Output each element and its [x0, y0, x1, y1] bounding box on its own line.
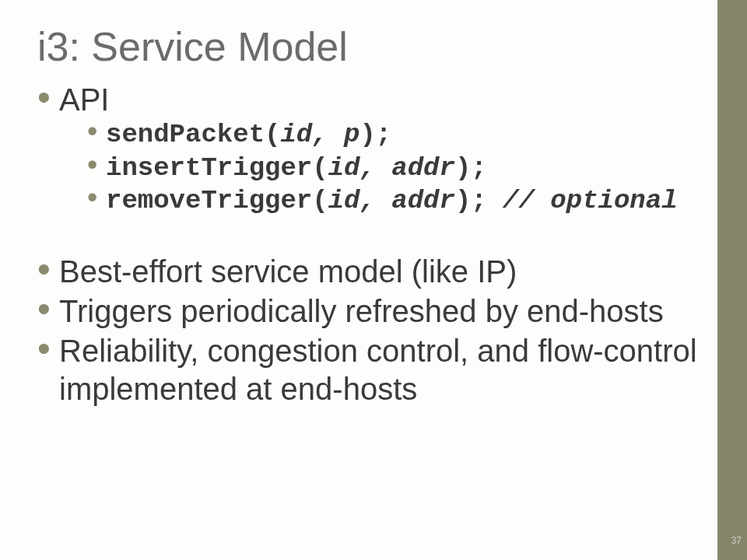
bullet-reliability: Reliability, congestion control, and flo… [37, 332, 702, 408]
code-part: sendPacket( [106, 120, 280, 149]
slide-title: i3: Service Model [37, 23, 702, 70]
code-comment: // optional [503, 186, 677, 215]
page-number: 37 [731, 535, 742, 546]
code-part: removeTrigger( [106, 186, 328, 215]
bullet-text: Triggers periodically refreshed by end-h… [59, 294, 664, 328]
bullet-besteffort: Best-effort service model (like IP) [37, 253, 702, 291]
code-args: id, addr [328, 186, 455, 215]
api-inserttrigger: insertTrigger(id, addr); [87, 152, 702, 184]
code-part: ); [455, 186, 503, 215]
code-part: ); [359, 120, 391, 149]
spacer [59, 229, 702, 251]
api-removetrigger: removeTrigger(id, addr); // optional [87, 185, 702, 217]
bullet-text: Best-effort service model (like IP) [59, 254, 517, 289]
bullet-api: API sendPacket(id, p); insertTrigger(id,… [37, 81, 702, 251]
right-accent-bar: 37 [717, 0, 747, 560]
code-args: id, p [280, 120, 359, 149]
bullet-triggers: Triggers periodically refreshed by end-h… [37, 292, 702, 331]
api-sendpacket: sendPacket(id, p); [87, 119, 702, 151]
api-sublist: sendPacket(id, p); insertTrigger(id, add… [59, 119, 702, 217]
bullet-api-text: API [59, 82, 109, 117]
code-args: id, addr [328, 153, 455, 183]
code-part: insertTrigger( [106, 153, 328, 183]
slide-body: i3: Service Model API sendPacket(id, p);… [0, 0, 717, 560]
bullet-list: API sendPacket(id, p); insertTrigger(id,… [37, 81, 702, 408]
code-part: ); [455, 153, 487, 183]
bullet-text: Reliability, congestion control, and flo… [59, 334, 697, 406]
